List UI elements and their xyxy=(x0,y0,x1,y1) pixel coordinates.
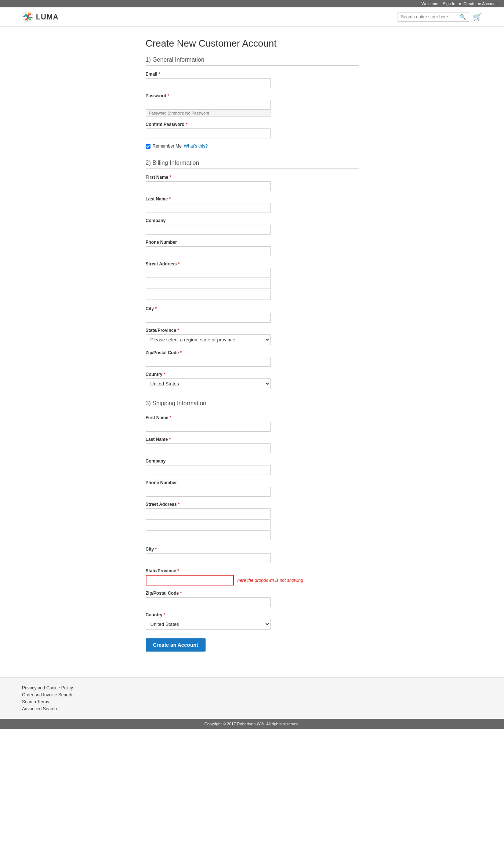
shipping-street-fields xyxy=(146,508,359,541)
billing-country-select[interactable]: United States xyxy=(146,378,271,389)
shipping-last-name-input[interactable] xyxy=(146,443,271,453)
confirm-password-label: Confirm Password * xyxy=(146,122,359,127)
billing-phone-label: Phone Number xyxy=(146,240,359,245)
billing-country-label: Country * xyxy=(146,372,359,377)
footer-link-item: Advanced Search xyxy=(22,706,482,711)
whats-this-link[interactable]: What's this? xyxy=(184,144,208,149)
shipping-state-error-row: here the dropdown is not showing xyxy=(146,575,359,585)
billing-company-label: Company xyxy=(146,218,359,223)
logo-icon xyxy=(22,11,34,23)
page-title: Create New Customer Account xyxy=(146,38,359,49)
shipping-first-name-group: First Name * xyxy=(146,415,359,432)
billing-zip-input[interactable] xyxy=(146,357,271,367)
shipping-street-input-1[interactable] xyxy=(146,508,271,518)
billing-info-title: 2) Billing Information xyxy=(146,160,359,169)
shipping-info-section: 3) Shipping Information First Name * Las… xyxy=(146,400,359,652)
shipping-country-label: Country * xyxy=(146,612,359,617)
top-bar: Welcome! Sign In or Create an Account xyxy=(0,0,504,7)
shipping-state-error-note: here the dropdown is not showing xyxy=(238,578,303,583)
shipping-zip-input[interactable] xyxy=(146,597,271,607)
confirm-password-group: Confirm Password * xyxy=(146,122,359,138)
billing-street-input-2[interactable] xyxy=(146,279,271,289)
remember-me-label: Remember Me xyxy=(153,144,182,149)
shipping-company-group: Company xyxy=(146,458,359,475)
billing-first-name-group: First Name * xyxy=(146,175,359,191)
shipping-company-label: Company xyxy=(146,458,359,464)
shipping-company-input[interactable] xyxy=(146,465,271,475)
footer-order-link[interactable]: Order and Invoice Search xyxy=(22,692,72,697)
email-label: Email * xyxy=(146,72,359,77)
footer-advanced-search-link[interactable]: Advanced Search xyxy=(22,706,57,711)
password-group: Password * Password Strength: No Passwor… xyxy=(146,93,359,117)
shipping-last-name-group: Last Name * xyxy=(146,437,359,453)
billing-first-name-input[interactable] xyxy=(146,181,271,191)
shipping-street-label: Street Address * xyxy=(146,502,359,507)
billing-last-name-group: Last Name * xyxy=(146,196,359,213)
confirm-password-input[interactable] xyxy=(146,128,271,138)
shipping-city-input[interactable] xyxy=(146,553,271,563)
billing-info-section: 2) Billing Information First Name * Last… xyxy=(146,160,359,389)
billing-zip-group: Zip/Postal Code * xyxy=(146,350,359,367)
shipping-state-input[interactable] xyxy=(146,575,234,585)
billing-last-name-input[interactable] xyxy=(146,203,271,213)
billing-street-group: Street Address * xyxy=(146,261,359,301)
billing-street-fields xyxy=(146,268,359,301)
billing-street-label: Street Address * xyxy=(146,261,359,266)
search-input[interactable] xyxy=(401,14,460,19)
signin-link[interactable]: Sign In xyxy=(443,1,455,6)
shipping-country-select[interactable]: United States xyxy=(146,619,271,630)
shipping-city-label: City * xyxy=(146,547,359,552)
cart-icon[interactable]: 🛒 xyxy=(473,12,482,21)
email-group: Email * xyxy=(146,72,359,88)
create-account-link-top[interactable]: Create an Account xyxy=(463,1,497,6)
remember-me-group: Remember Me What's this? xyxy=(146,144,359,149)
logo-text: LUMA xyxy=(36,13,59,21)
billing-street-input-3[interactable] xyxy=(146,290,271,300)
shipping-street-input-3[interactable] xyxy=(146,530,271,540)
footer-link-item: Search Terms xyxy=(22,699,482,704)
shipping-state-label: State/Province * xyxy=(146,568,359,573)
remember-me-checkbox[interactable] xyxy=(146,144,151,149)
billing-company-group: Company xyxy=(146,218,359,235)
confirm-password-required: * xyxy=(186,122,188,127)
password-input[interactable] xyxy=(146,100,271,110)
or-text: or xyxy=(458,1,461,6)
create-account-button[interactable]: Create an Account xyxy=(146,638,206,652)
billing-phone-input[interactable] xyxy=(146,246,271,256)
shipping-street-input-2[interactable] xyxy=(146,519,271,529)
footer-privacy-link[interactable]: Privacy and Cookie Policy xyxy=(22,685,73,690)
footer-link-item: Privacy and Cookie Policy xyxy=(22,685,482,690)
footer-links-list: Privacy and Cookie Policy Order and Invo… xyxy=(22,685,482,711)
logo[interactable]: LUMA xyxy=(22,11,59,23)
footer-bottom: Copyright © 2017 Robertson WW. All right… xyxy=(0,719,504,729)
password-required: * xyxy=(168,93,170,98)
footer-search-terms-link[interactable]: Search Terms xyxy=(22,699,49,704)
email-input[interactable] xyxy=(146,78,271,88)
billing-zip-label: Zip/Postal Code * xyxy=(146,350,359,355)
shipping-street-group: Street Address * xyxy=(146,502,359,541)
shipping-phone-input[interactable] xyxy=(146,487,271,497)
shipping-first-name-input[interactable] xyxy=(146,422,271,432)
billing-city-input[interactable] xyxy=(146,313,271,323)
shipping-zip-label: Zip/Postal Code * xyxy=(146,591,359,596)
email-required: * xyxy=(159,72,160,77)
billing-state-select[interactable]: Please select a region, state or provinc… xyxy=(146,334,271,345)
billing-state-group: State/Province * Please select a region,… xyxy=(146,328,359,345)
billing-street-input-1[interactable] xyxy=(146,268,271,278)
general-info-section: 1) General Information Email * Password … xyxy=(146,57,359,149)
billing-phone-group: Phone Number xyxy=(146,240,359,256)
shipping-phone-label: Phone Number xyxy=(146,480,359,485)
billing-city-label: City * xyxy=(146,306,359,311)
copyright-text: Copyright © 2017 Robertson WW. All right… xyxy=(204,722,300,726)
shipping-first-name-label: First Name * xyxy=(146,415,359,420)
search-button[interactable]: 🔍 xyxy=(460,14,466,20)
general-info-title: 1) General Information xyxy=(146,57,359,66)
header-right: 🔍 🛒 xyxy=(398,12,482,22)
billing-state-label: State/Province * xyxy=(146,328,359,333)
shipping-zip-group: Zip/Postal Code * xyxy=(146,591,359,607)
welcome-text: Welcome! xyxy=(421,1,439,6)
password-label: Password * xyxy=(146,93,359,98)
shipping-city-group: City * xyxy=(146,547,359,563)
search-box: 🔍 xyxy=(398,12,469,22)
billing-company-input[interactable] xyxy=(146,225,271,235)
